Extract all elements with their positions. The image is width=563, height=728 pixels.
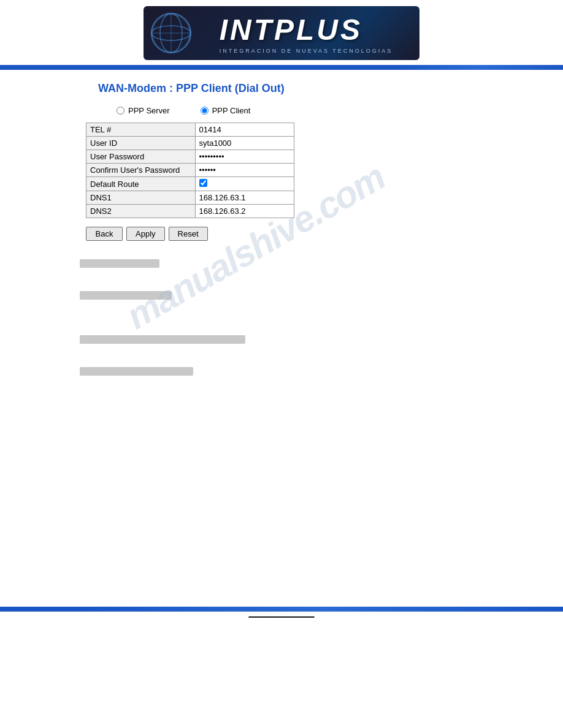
header-logo-area: INTPLUS INTEGRACION DE NUEVAS TECNOLOGIA… bbox=[0, 0, 563, 65]
top-blue-bar bbox=[0, 65, 563, 70]
placeholder-content bbox=[80, 259, 483, 376]
button-row: Back Apply Reset bbox=[86, 227, 483, 241]
field-value-confirm-password[interactable] bbox=[195, 164, 294, 177]
radio-server-label[interactable]: PPP Server bbox=[117, 106, 170, 115]
table-row: DNS1 bbox=[86, 191, 294, 205]
bottom-blue-bar bbox=[0, 607, 563, 612]
field-label-userid: User ID bbox=[86, 137, 196, 150]
table-row: User Password bbox=[86, 150, 294, 164]
gray-block-3 bbox=[80, 335, 245, 344]
field-label-tel: TEL # bbox=[86, 123, 196, 137]
field-label-dns1: DNS1 bbox=[86, 191, 196, 205]
bottom-area bbox=[0, 607, 563, 612]
gray-block-1 bbox=[80, 259, 159, 268]
field-value-userid[interactable] bbox=[195, 137, 294, 150]
dns2-input[interactable] bbox=[199, 207, 290, 216]
logo-box: INTPLUS INTEGRACION DE NUEVAS TECNOLOGIA… bbox=[144, 6, 419, 60]
radio-client-input[interactable] bbox=[201, 107, 209, 115]
field-label-default-route: Default Route bbox=[86, 177, 196, 191]
password-input[interactable] bbox=[199, 152, 290, 161]
userid-input[interactable] bbox=[199, 138, 290, 148]
table-row: DNS2 bbox=[86, 205, 294, 218]
form-table: TEL # User ID User Password bbox=[86, 123, 294, 218]
field-label-dns2: DNS2 bbox=[86, 205, 196, 218]
logo-text: INTPLUS bbox=[220, 13, 362, 47]
tel-input[interactable] bbox=[199, 125, 290, 134]
field-label-password: User Password bbox=[86, 150, 196, 164]
table-row: Default Route bbox=[86, 177, 294, 191]
confirm-password-input[interactable] bbox=[199, 165, 290, 175]
field-value-dns1[interactable] bbox=[195, 191, 294, 205]
page-title: WAN-Modem : PPP Client (Dial Out) bbox=[98, 82, 483, 95]
field-value-tel[interactable] bbox=[195, 123, 294, 137]
default-route-checkbox[interactable] bbox=[199, 179, 207, 187]
gray-block-2 bbox=[80, 291, 172, 300]
radio-row: PPP Server PPP Client bbox=[117, 106, 483, 115]
field-value-password[interactable] bbox=[195, 150, 294, 164]
radio-server-text: PPP Server bbox=[128, 106, 170, 115]
reset-button[interactable]: Reset bbox=[169, 227, 208, 241]
main-content: WAN-Modem : PPP Client (Dial Out) PPP Se… bbox=[0, 70, 563, 642]
back-button[interactable]: Back bbox=[86, 227, 123, 241]
apply-button[interactable]: Apply bbox=[126, 227, 165, 241]
table-row: Confirm User's Password bbox=[86, 164, 294, 177]
table-row: User ID bbox=[86, 137, 294, 150]
radio-server-input[interactable] bbox=[117, 107, 124, 115]
field-value-dns2[interactable] bbox=[195, 205, 294, 218]
radio-client-text: PPP Client bbox=[212, 106, 251, 115]
dns1-input[interactable] bbox=[199, 193, 290, 202]
logo-globe-icon bbox=[150, 12, 193, 55]
logo-sub: INTEGRACION DE NUEVAS TECNOLOGIAS bbox=[220, 48, 393, 54]
field-value-default-route[interactable] bbox=[195, 177, 294, 191]
table-row: TEL # bbox=[86, 123, 294, 137]
field-label-confirm-password: Confirm User's Password bbox=[86, 164, 196, 177]
radio-client-label[interactable]: PPP Client bbox=[201, 106, 251, 115]
gray-block-4 bbox=[80, 367, 193, 376]
